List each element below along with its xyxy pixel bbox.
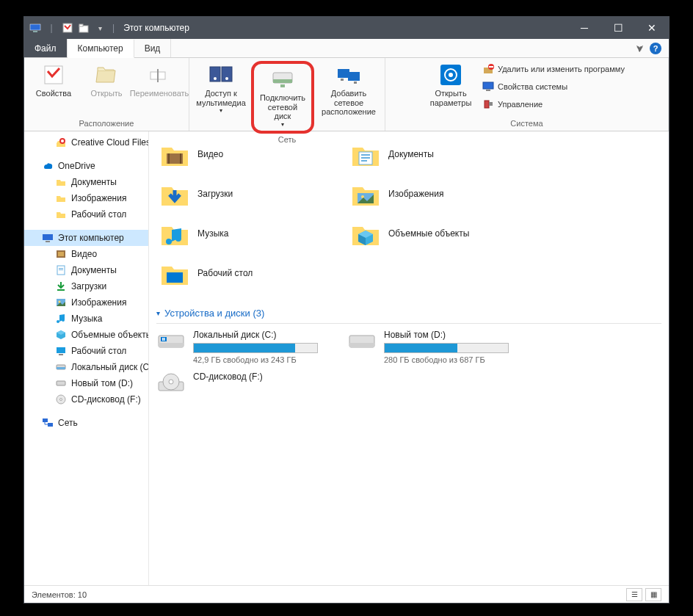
view-icons-button[interactable]: ▦: [645, 588, 661, 601]
properties-button[interactable]: Свойства: [29, 61, 79, 100]
group-network: Доступ к мультимедиа ▾ Подключить сетево…: [189, 58, 385, 131]
view-details-button[interactable]: ☰: [626, 588, 642, 601]
svg-rect-28: [489, 102, 493, 106]
network-icon: [42, 417, 54, 429]
map-drive-highlight: Подключить сетевой диск ▾: [251, 61, 314, 134]
separator-icon: |: [45, 21, 58, 35]
cube-folder-icon: [350, 218, 381, 249]
nav-od-desktop[interactable]: Рабочий стол: [24, 206, 148, 222]
qat-dropdown-icon[interactable]: ▾: [93, 21, 106, 35]
onedrive-icon: [42, 160, 54, 172]
svg-point-10: [214, 77, 217, 80]
open-button[interactable]: Открыть: [81, 61, 131, 100]
properties-qat-icon[interactable]: [61, 21, 74, 35]
help-icon[interactable]: ?: [650, 43, 661, 54]
svg-rect-17: [341, 79, 344, 81]
folder-downloads[interactable]: Загрузки: [156, 175, 333, 212]
nav-cddrive[interactable]: CD-дисковод (F:): [24, 391, 148, 407]
rename-button[interactable]: Переименовать: [134, 61, 184, 100]
svg-point-30: [61, 139, 64, 142]
svg-rect-37: [59, 269, 63, 270]
folder-videos[interactable]: Видео: [156, 136, 333, 173]
drive-c-bar: [193, 343, 318, 353]
nav-od-images[interactable]: Изображения: [24, 190, 148, 206]
videos-icon: [55, 248, 67, 260]
nav-desktop[interactable]: Рабочий стол: [24, 343, 148, 359]
newfolder-qat-icon[interactable]: [77, 21, 90, 35]
map-drive-button[interactable]: Подключить сетевой диск ▾: [255, 65, 310, 129]
svg-rect-54: [361, 154, 370, 156]
content-pane: Видео Документы Загрузки Изображения Муз…: [149, 131, 669, 585]
svg-rect-63: [162, 338, 164, 341]
nav-newvol-d[interactable]: Новый том (D:): [24, 375, 148, 391]
status-items: Элементов: 10: [32, 590, 87, 599]
minimize-ribbon-icon[interactable]: ⮟: [636, 44, 644, 53]
tab-view[interactable]: Вид: [134, 39, 172, 57]
open-settings-button[interactable]: Открыть параметры: [426, 61, 476, 109]
svg-rect-51: [168, 153, 170, 164]
navigation-pane: Creative Cloud Files OneDrive Документы …: [24, 131, 149, 585]
group-location: Свойства Открыть Переименовать Расположе…: [24, 58, 189, 131]
svg-rect-27: [485, 101, 489, 108]
media-access-button[interactable]: Доступ к мультимедиа ▾: [194, 61, 248, 115]
svg-rect-1: [33, 31, 37, 32]
nav-onedrive[interactable]: OneDrive: [24, 158, 148, 174]
folder-icon: [55, 176, 67, 188]
nav-network[interactable]: Сеть: [24, 415, 148, 431]
settings-icon: [438, 62, 463, 87]
media-icon: [208, 62, 233, 87]
titlebar: | ▾ | Этот компьютер ─ ☐ ✕: [24, 17, 669, 39]
tab-computer[interactable]: Компьютер: [68, 40, 134, 58]
add-location-button[interactable]: Добавить сетевое расположение: [317, 61, 380, 118]
drive-icon: [55, 377, 67, 389]
folder-desktop[interactable]: Рабочий стол: [156, 255, 333, 291]
window-title: Этот компьютер: [123, 23, 189, 33]
nav-pictures[interactable]: Изображения: [24, 294, 148, 311]
svg-point-47: [60, 399, 62, 401]
uninstall-button[interactable]: Удалить или изменить программу: [479, 61, 628, 77]
folder-icon: [55, 209, 67, 220]
nav-creative-cloud[interactable]: Creative Cloud Files: [24, 134, 148, 151]
folder-music[interactable]: Музыка: [156, 215, 333, 252]
folder-icon: [55, 192, 67, 204]
svg-rect-49: [48, 423, 53, 427]
nav-od-documents[interactable]: Документы: [24, 174, 148, 190]
svg-rect-66: [349, 343, 374, 347]
drive-icon: [55, 361, 67, 373]
svg-rect-25: [483, 82, 493, 89]
nav-localdisk-c[interactable]: Локальный диск (C: [24, 359, 148, 375]
creative-cloud-icon: [55, 137, 67, 148]
network-drive-icon: [270, 67, 295, 92]
drive-c-icon: [156, 330, 186, 353]
close-button[interactable]: ✕: [635, 17, 669, 39]
folder-documents[interactable]: Документы: [347, 136, 523, 173]
folder-3dobjects[interactable]: Объемные объекты: [347, 215, 523, 252]
drives-section-header[interactable]: Устройства и диски (3): [156, 303, 661, 324]
nav-documents[interactable]: Документы: [24, 262, 148, 278]
nav-videos[interactable]: Видео: [24, 246, 148, 262]
desktop-icon: [55, 345, 67, 357]
drive-f[interactable]: CD-дисковод (F:): [156, 372, 333, 395]
body: Creative Cloud Files OneDrive Документы …: [24, 131, 669, 585]
nav-downloads[interactable]: Загрузки: [24, 278, 148, 294]
drive-c[interactable]: Локальный диск (C:) 42,9 ГБ свободно из …: [156, 330, 333, 364]
nav-thispc[interactable]: Этот компьютер: [24, 230, 148, 246]
minimize-button[interactable]: ─: [567, 17, 601, 39]
add-location-icon: [336, 62, 361, 87]
maximize-button[interactable]: ☐: [601, 17, 635, 39]
system-properties-button[interactable]: Свойства системы: [479, 79, 628, 95]
svg-point-40: [59, 301, 61, 303]
nav-3dobjects[interactable]: Объемные объекть: [24, 327, 148, 343]
svg-rect-32: [46, 241, 50, 242]
svg-rect-59: [167, 272, 183, 283]
tab-file[interactable]: Файл: [24, 39, 68, 57]
drive-d[interactable]: Новый том (D:) 280 ГБ свободно из 687 ГБ: [347, 330, 523, 364]
svg-rect-7: [157, 69, 159, 82]
svg-rect-41: [57, 347, 65, 353]
folder-pictures[interactable]: Изображения: [347, 175, 523, 212]
cube-icon: [55, 329, 67, 341]
svg-rect-44: [57, 367, 65, 369]
svg-rect-64: [164, 338, 165, 341]
manage-button[interactable]: Управление: [479, 96, 628, 112]
nav-music[interactable]: Музыка: [24, 311, 148, 327]
